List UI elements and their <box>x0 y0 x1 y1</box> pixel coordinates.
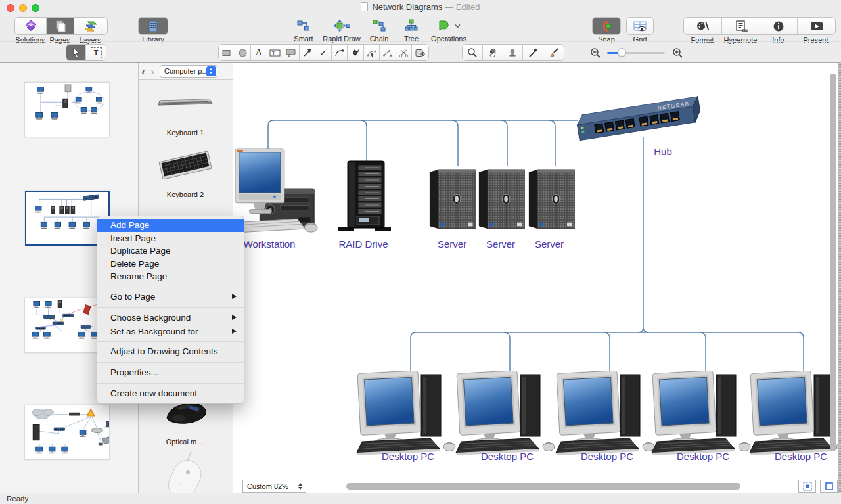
add-anchor-icon <box>382 48 392 58</box>
brush-tool[interactable] <box>543 45 564 60</box>
desktop-pc-device-3[interactable] <box>555 371 660 456</box>
rectangle-icon <box>221 48 231 58</box>
tree-icon <box>405 19 418 32</box>
library-button[interactable] <box>138 17 168 35</box>
arrow-tool[interactable] <box>300 45 316 60</box>
info-button[interactable] <box>760 18 798 34</box>
zoom-slider[interactable] <box>607 48 665 57</box>
layers-button[interactable] <box>74 18 107 34</box>
snap-icon <box>600 20 613 33</box>
eyedropper-tool[interactable] <box>523 45 543 60</box>
connector-tool[interactable] <box>412 45 428 60</box>
pen-tool[interactable] <box>348 45 364 60</box>
zoom-slider-thumb[interactable] <box>618 48 626 57</box>
menu-item-choose-background[interactable]: Choose Background <box>97 311 244 325</box>
chain-icon <box>373 19 386 32</box>
menu-item-set-as-background[interactable]: Set as Background for <box>97 325 244 338</box>
library-item-keyboard2-image[interactable] <box>156 149 215 181</box>
library-selector-value: Computer p... <box>160 67 206 75</box>
actual-size-icon <box>825 482 834 491</box>
vertical-scrollbar[interactable] <box>830 74 836 451</box>
scissors-icon <box>399 48 409 58</box>
pages-icon <box>54 20 67 33</box>
ellipse-tool[interactable] <box>235 45 252 60</box>
menu-item-delete-page[interactable]: Delete Page <box>97 258 244 271</box>
menu-separator <box>97 286 244 286</box>
smart-button[interactable]: Smart <box>289 17 318 43</box>
grid-button[interactable] <box>626 17 654 35</box>
hypernote-button[interactable] <box>722 18 760 34</box>
library-forward-icon[interactable]: › <box>148 66 157 77</box>
hypernote-icon <box>734 20 748 33</box>
zoom-in-icon[interactable] <box>672 47 683 58</box>
pan-tool[interactable] <box>483 45 503 60</box>
desktop-pc-label-5: Desktop PC <box>761 451 840 462</box>
drawing-canvas[interactable]: NETGEAR Hub Workstation RAID Drive Serve… <box>233 63 841 493</box>
rectangle-tool[interactable] <box>219 45 235 60</box>
menu-item-insert-page[interactable]: Insert Page <box>97 232 244 245</box>
edit-node-tool[interactable] <box>364 45 380 60</box>
add-anchor-tool[interactable] <box>380 45 396 60</box>
format-button[interactable] <box>684 18 722 34</box>
line-tool[interactable] <box>315 45 332 60</box>
workstation-device[interactable] <box>233 147 319 238</box>
tree-button[interactable]: Tree <box>398 17 424 43</box>
menu-separator <box>97 362 244 363</box>
cut-tool[interactable] <box>396 45 413 60</box>
solutions-button[interactable] <box>15 18 47 34</box>
workstation-label: Workstation <box>233 239 312 250</box>
actual-size-button[interactable] <box>820 480 838 493</box>
text-select-tool[interactable]: T <box>86 45 106 60</box>
desktop-pc-device-2[interactable] <box>455 371 560 456</box>
server-label-3: Server <box>523 239 576 250</box>
server-device-3[interactable] <box>528 166 577 232</box>
operations-icon <box>437 19 450 32</box>
curve-tool[interactable] <box>332 45 348 60</box>
text-box-tool[interactable]: T <box>267 45 284 60</box>
desktop-pc-device-4[interactable] <box>650 371 756 456</box>
menu-item-adjust-to-drawing[interactable]: Adjust to Drawing Contents <box>97 344 244 359</box>
menu-item-add-page[interactable]: Add Page <box>97 219 244 232</box>
hand-icon <box>488 47 498 58</box>
callout-tool[interactable] <box>283 45 300 60</box>
raid-device[interactable] <box>338 160 391 235</box>
curve-icon <box>334 48 344 58</box>
menu-item-rename-page[interactable]: Rename Page <box>97 270 244 283</box>
page-thumbnail-1[interactable] <box>24 82 110 137</box>
stamp-icon <box>507 47 518 58</box>
brush-icon <box>549 47 559 58</box>
library-back-icon[interactable]: ‹ <box>139 66 148 77</box>
edit-node-icon <box>367 48 376 58</box>
pages-button[interactable] <box>47 18 74 34</box>
operations-button[interactable]: Operations <box>428 17 469 43</box>
menu-item-create-new-document[interactable]: Create new document <box>97 386 244 401</box>
library-header: ‹ › Computer p... <box>139 63 233 80</box>
rapid-draw-button[interactable]: Rapid Draw <box>321 17 363 43</box>
text-tool[interactable]: A <box>251 45 267 60</box>
arrow-icon <box>302 48 312 58</box>
menu-item-properties[interactable]: Properties... <box>97 365 244 380</box>
library-item-white-mouse-image[interactable] <box>162 452 208 493</box>
menu-item-go-to-page[interactable]: Go to Page <box>97 290 244 304</box>
server-device-1[interactable] <box>428 166 478 232</box>
page-thumbnail-4[interactable] <box>24 405 110 460</box>
desktop-pc-device-1[interactable] <box>355 371 461 456</box>
server-device-2[interactable] <box>478 166 527 232</box>
library-selector[interactable]: Computer p... <box>160 65 217 78</box>
zoom-out-icon[interactable] <box>590 47 601 58</box>
horizontal-scrollbar[interactable] <box>346 483 740 490</box>
select-tool[interactable] <box>66 45 86 60</box>
chain-button[interactable]: Chain <box>365 17 393 43</box>
hub-device[interactable]: NETGEAR <box>572 96 700 145</box>
canvas-zoom-select[interactable]: Custom 82% <box>242 480 306 493</box>
fit-page-button[interactable] <box>798 480 816 493</box>
present-button[interactable] <box>798 18 835 34</box>
stamp-tool[interactable] <box>503 45 524 60</box>
library-item-keyboard1-image[interactable] <box>156 95 215 109</box>
snap-button[interactable] <box>592 17 621 35</box>
menu-item-duplicate-page[interactable]: Duplicate Page <box>97 244 244 258</box>
text-select-icon: T <box>91 47 102 58</box>
collapsed-panel-strip[interactable] <box>838 63 841 493</box>
zoom-tool[interactable] <box>463 45 483 60</box>
desktop-pc-device-5[interactable] <box>748 371 841 456</box>
